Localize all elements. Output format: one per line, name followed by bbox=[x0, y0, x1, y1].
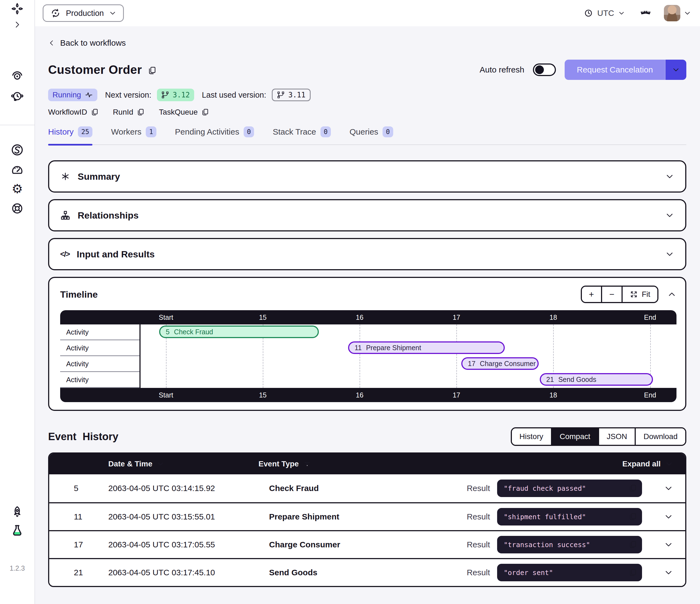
request-cancelation-label[interactable]: Request Cancelation bbox=[565, 59, 665, 80]
sidebar-expand-chevron-icon[interactable] bbox=[7, 18, 27, 31]
timeline-label-column: Activity Activity Activity Activity bbox=[60, 324, 141, 388]
tab-history[interactable]: History25 bbox=[48, 126, 93, 144]
timeline-bar-send-goods[interactable]: 21Send Goods bbox=[540, 373, 653, 386]
cancelation-menu-chevron[interactable] bbox=[665, 59, 686, 80]
event-row: 5 2063-04-05 UTC 03:14:15.92 Check Fraud… bbox=[49, 474, 685, 502]
tab-pending-activities[interactable]: Pending Activities0 bbox=[175, 126, 254, 144]
clock-icon bbox=[583, 8, 593, 18]
row-expand-chevron-icon[interactable] bbox=[664, 512, 673, 522]
git-branch-icon bbox=[277, 91, 285, 99]
timeline-axis-label: 18 bbox=[550, 388, 557, 402]
copy-icon[interactable] bbox=[628, 512, 637, 521]
chevron-down-icon[interactable] bbox=[665, 211, 674, 220]
column-date-time[interactable]: Date & Time bbox=[108, 460, 164, 468]
timeline-axis-label: Start bbox=[159, 388, 173, 402]
zoom-in-button[interactable]: + bbox=[582, 287, 601, 302]
labs-flask-icon[interactable] bbox=[7, 523, 27, 539]
back-label: Back to workflows bbox=[60, 38, 126, 48]
asterisk-icon bbox=[60, 171, 71, 182]
summary-section[interactable]: Summary bbox=[48, 160, 686, 193]
row-expand-chevron-icon[interactable] bbox=[664, 540, 673, 549]
task-queue-copy[interactable]: TaskQueue bbox=[159, 108, 209, 117]
input-results-label: Input and Results bbox=[77, 249, 154, 260]
page-content: Back to workflows Customer Order Auto re… bbox=[35, 26, 700, 604]
labs-glasses-icon[interactable] bbox=[639, 7, 652, 19]
brand-s-icon[interactable] bbox=[7, 142, 27, 158]
drone-icon[interactable] bbox=[7, 1, 27, 17]
event-type: Prepare Shipment bbox=[269, 512, 467, 522]
timeline-zoom-controls: + − Fit bbox=[581, 286, 658, 303]
result-label: Result bbox=[467, 484, 490, 493]
timeline-axis-label: End bbox=[644, 310, 656, 324]
app-version: 1.2.3 bbox=[9, 564, 25, 572]
chevron-down-icon[interactable] bbox=[665, 172, 674, 181]
back-link[interactable]: Back to workflows bbox=[48, 38, 126, 48]
row-expand-chevron-icon[interactable] bbox=[664, 484, 673, 493]
tab-stack-trace[interactable]: Stack Trace0 bbox=[273, 126, 331, 144]
table-header: Date & Time Event Type Expand all bbox=[49, 454, 685, 474]
tab-queries[interactable]: Queries0 bbox=[349, 126, 393, 144]
timeline-bar-prepare-shipment[interactable]: 11Prepare Shipment bbox=[348, 341, 505, 354]
request-cancelation-button[interactable]: Request Cancelation bbox=[565, 59, 686, 80]
event-row: 11 2063-04-05 UTC 03:15:55.01 Prepare Sh… bbox=[49, 502, 685, 530]
result-value: "fraud check passed" bbox=[504, 484, 586, 492]
fit-expand-icon bbox=[630, 290, 638, 298]
event-history-title: Event History bbox=[48, 431, 118, 442]
chevron-down-icon[interactable] bbox=[665, 249, 674, 259]
copy-icon[interactable] bbox=[628, 540, 637, 549]
timeline-bar-charge-consumer[interactable]: 17Charge Consumer bbox=[461, 357, 539, 370]
result-value: "order sent" bbox=[504, 569, 553, 577]
workflow-id-copy[interactable]: WorkflowID bbox=[48, 108, 99, 117]
support-lifebuoy-icon[interactable] bbox=[7, 201, 27, 216]
view-download-button[interactable]: Download bbox=[635, 428, 685, 445]
copy-title-icon[interactable] bbox=[147, 66, 157, 75]
timeline-axis-label: 16 bbox=[356, 388, 364, 402]
timeline-title: Timeline bbox=[60, 289, 98, 300]
chevron-down-icon bbox=[618, 9, 625, 17]
copy-icon[interactable] bbox=[628, 568, 637, 577]
last-used-version-label: Last used version: bbox=[202, 91, 266, 100]
chevron-down-icon bbox=[109, 9, 117, 17]
next-version-label: Next version: bbox=[105, 91, 151, 100]
timezone-selector[interactable]: UTC bbox=[583, 8, 625, 18]
event-id: 5 bbox=[49, 484, 108, 493]
sidebar: ⚙ 1.2.3 bbox=[0, 0, 35, 604]
auto-refresh-label: Auto refresh bbox=[480, 65, 524, 74]
relationships-label: Relationships bbox=[78, 210, 139, 221]
schedule-history-icon[interactable] bbox=[7, 89, 27, 104]
environment-selector[interactable]: Production bbox=[43, 4, 124, 22]
last-used-version-badge: 3.11 bbox=[272, 89, 311, 101]
trace-spiral-icon[interactable] bbox=[7, 68, 27, 84]
event-history-table: Date & Time Event Type Expand all 5 bbox=[48, 453, 686, 587]
view-history-button[interactable]: History bbox=[512, 428, 551, 445]
result-value: "transaction success" bbox=[504, 541, 590, 549]
event-type: Charge Consumer bbox=[269, 540, 467, 549]
run-id-copy[interactable]: RunId bbox=[113, 108, 145, 117]
auto-refresh-toggle[interactable] bbox=[533, 64, 556, 76]
timeline-row-label: Activity bbox=[60, 356, 140, 372]
zoom-out-button[interactable]: − bbox=[601, 287, 622, 302]
expand-all-button[interactable]: Expand all bbox=[622, 460, 673, 468]
usage-gauge-icon[interactable] bbox=[7, 162, 27, 177]
tab-count-badge: 0 bbox=[244, 126, 254, 137]
settings-gear-icon[interactable]: ⚙ bbox=[7, 181, 27, 196]
event-datetime: 2063-04-05 UTC 03:17:45.10 bbox=[108, 568, 269, 577]
timeline-row: 21Send Goods bbox=[60, 372, 676, 388]
view-json-button[interactable]: JSON bbox=[598, 428, 635, 445]
view-compact-button[interactable]: Compact bbox=[551, 428, 598, 445]
timeline-bar-check-fraud[interactable]: 5Check Fraud bbox=[159, 325, 319, 338]
filter-icon bbox=[303, 460, 311, 468]
row-expand-chevron-icon[interactable] bbox=[664, 568, 673, 577]
tab-workers[interactable]: Workers1 bbox=[111, 126, 156, 144]
input-results-section[interactable]: </> Input and Results bbox=[48, 238, 686, 270]
fit-button[interactable]: Fit bbox=[622, 287, 657, 302]
timeline-collapse-chevron-icon[interactable] bbox=[667, 290, 676, 299]
timeline-row-label: Activity bbox=[60, 372, 140, 388]
relationships-section[interactable]: Relationships bbox=[48, 199, 686, 232]
user-menu-chevron-icon[interactable] bbox=[683, 9, 691, 17]
copy-icon[interactable] bbox=[628, 484, 637, 493]
column-event-type[interactable]: Event Type bbox=[258, 460, 311, 468]
result-pill: "fraud check passed" bbox=[497, 480, 642, 497]
user-avatar[interactable] bbox=[664, 5, 680, 21]
deploy-rocket-icon[interactable] bbox=[7, 504, 27, 520]
